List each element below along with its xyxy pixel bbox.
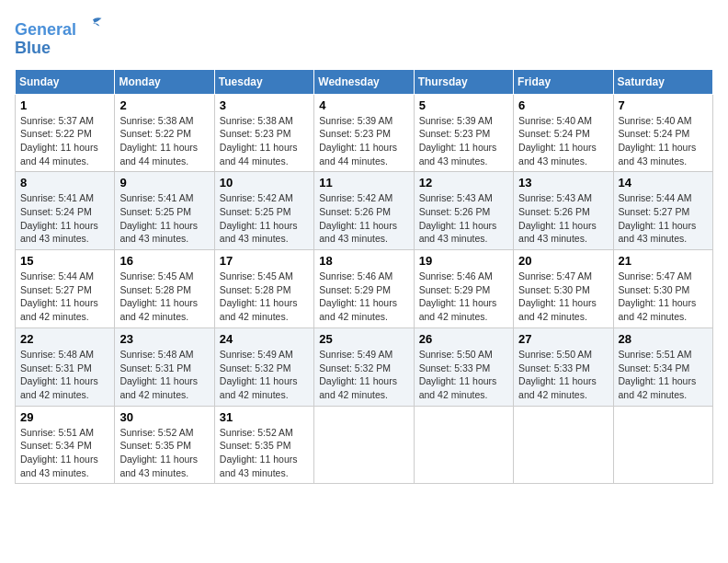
day-number: 3 — [220, 98, 309, 112]
day-number: 15 — [20, 254, 109, 268]
calendar-week-row: 8 Sunrise: 5:41 AM Sunset: 5:24 PM Dayli… — [16, 172, 713, 250]
day-number: 21 — [619, 254, 708, 268]
day-number: 9 — [119, 176, 209, 190]
logo-bird-icon — [83, 15, 103, 35]
day-info: Sunrise: 5:48 AM Sunset: 5:31 PM Dayligh… — [20, 348, 109, 402]
calendar-week-row: 15 Sunrise: 5:44 AM Sunset: 5:27 PM Dayl… — [16, 250, 713, 328]
day-number: 20 — [518, 254, 608, 268]
day-info: Sunrise: 5:40 AM Sunset: 5:24 PM Dayligh… — [619, 114, 708, 168]
day-number: 8 — [20, 176, 109, 190]
day-info: Sunrise: 5:45 AM Sunset: 5:28 PM Dayligh… — [220, 270, 309, 324]
calendar-cell: 31 Sunrise: 5:52 AM Sunset: 5:35 PM Dayl… — [214, 406, 313, 484]
header-thursday: Thursday — [414, 69, 513, 94]
day-number: 14 — [619, 176, 708, 190]
day-number: 26 — [419, 332, 508, 346]
day-info: Sunrise: 5:49 AM Sunset: 5:32 PM Dayligh… — [319, 348, 408, 402]
day-number: 27 — [518, 332, 608, 346]
day-info: Sunrise: 5:45 AM Sunset: 5:28 PM Dayligh… — [119, 270, 209, 324]
calendar-cell: 1 Sunrise: 5:37 AM Sunset: 5:22 PM Dayli… — [16, 94, 115, 172]
day-info: Sunrise: 5:52 AM Sunset: 5:35 PM Dayligh… — [119, 426, 209, 480]
logo: General Blue — [15, 15, 103, 58]
day-info: Sunrise: 5:43 AM Sunset: 5:26 PM Dayligh… — [518, 191, 608, 246]
day-info: Sunrise: 5:48 AM Sunset: 5:31 PM Dayligh… — [119, 348, 209, 402]
day-info: Sunrise: 5:50 AM Sunset: 5:33 PM Dayligh… — [518, 348, 608, 402]
calendar-cell: 13 Sunrise: 5:43 AM Sunset: 5:26 PM Dayl… — [514, 172, 613, 250]
header-tuesday: Tuesday — [214, 69, 313, 94]
day-info: Sunrise: 5:40 AM Sunset: 5:24 PM Dayligh… — [518, 114, 608, 168]
day-info: Sunrise: 5:41 AM Sunset: 5:24 PM Dayligh… — [20, 191, 109, 246]
header-wednesday: Wednesday — [314, 69, 414, 94]
calendar-cell: 19 Sunrise: 5:46 AM Sunset: 5:29 PM Dayl… — [414, 250, 513, 328]
logo-line1: General — [15, 15, 103, 40]
day-info: Sunrise: 5:43 AM Sunset: 5:26 PM Dayligh… — [419, 191, 508, 246]
day-info: Sunrise: 5:51 AM Sunset: 5:34 PM Dayligh… — [619, 348, 708, 402]
day-number: 16 — [119, 254, 209, 268]
day-number: 2 — [119, 98, 209, 112]
day-number: 29 — [20, 410, 109, 424]
calendar-table: SundayMondayTuesdayWednesdayThursdayFrid… — [15, 69, 713, 485]
calendar-cell: 6 Sunrise: 5:40 AM Sunset: 5:24 PM Dayli… — [514, 94, 613, 172]
day-info: Sunrise: 5:51 AM Sunset: 5:34 PM Dayligh… — [20, 426, 109, 480]
day-info: Sunrise: 5:44 AM Sunset: 5:27 PM Dayligh… — [20, 270, 109, 324]
calendar-cell: 30 Sunrise: 5:52 AM Sunset: 5:35 PM Dayl… — [115, 406, 214, 484]
calendar-cell: 22 Sunrise: 5:48 AM Sunset: 5:31 PM Dayl… — [16, 327, 115, 406]
day-number: 7 — [619, 98, 708, 112]
day-info: Sunrise: 5:47 AM Sunset: 5:30 PM Dayligh… — [518, 270, 608, 324]
calendar-cell — [514, 406, 613, 484]
logo-line2: Blue — [15, 40, 103, 58]
day-number: 25 — [319, 332, 408, 346]
calendar-cell: 14 Sunrise: 5:44 AM Sunset: 5:27 PM Dayl… — [613, 172, 712, 250]
day-info: Sunrise: 5:50 AM Sunset: 5:33 PM Dayligh… — [419, 348, 508, 402]
calendar-cell: 25 Sunrise: 5:49 AM Sunset: 5:32 PM Dayl… — [314, 327, 414, 406]
day-number: 31 — [220, 410, 309, 424]
day-info: Sunrise: 5:46 AM Sunset: 5:29 PM Dayligh… — [319, 270, 408, 324]
calendar-week-row: 22 Sunrise: 5:48 AM Sunset: 5:31 PM Dayl… — [16, 327, 713, 406]
calendar-cell: 23 Sunrise: 5:48 AM Sunset: 5:31 PM Dayl… — [115, 327, 214, 406]
day-info: Sunrise: 5:44 AM Sunset: 5:27 PM Dayligh… — [619, 191, 708, 246]
day-number: 13 — [518, 176, 608, 190]
day-info: Sunrise: 5:42 AM Sunset: 5:26 PM Dayligh… — [319, 191, 408, 246]
calendar-header-row: SundayMondayTuesdayWednesdayThursdayFrid… — [16, 69, 713, 94]
calendar-cell: 17 Sunrise: 5:45 AM Sunset: 5:28 PM Dayl… — [214, 250, 313, 328]
day-info: Sunrise: 5:52 AM Sunset: 5:35 PM Dayligh… — [220, 426, 309, 480]
calendar-cell: 12 Sunrise: 5:43 AM Sunset: 5:26 PM Dayl… — [414, 172, 513, 250]
calendar-cell — [613, 406, 712, 484]
header-monday: Monday — [115, 69, 214, 94]
day-number: 24 — [220, 332, 309, 346]
day-info: Sunrise: 5:42 AM Sunset: 5:25 PM Dayligh… — [220, 191, 309, 246]
day-number: 4 — [319, 98, 408, 112]
day-number: 19 — [419, 254, 508, 268]
calendar-cell — [414, 406, 513, 484]
day-number: 11 — [319, 176, 408, 190]
day-number: 30 — [119, 410, 209, 424]
header-friday: Friday — [514, 69, 613, 94]
day-number: 22 — [20, 332, 109, 346]
day-number: 5 — [419, 98, 508, 112]
calendar-cell: 4 Sunrise: 5:39 AM Sunset: 5:23 PM Dayli… — [314, 94, 414, 172]
calendar-cell: 28 Sunrise: 5:51 AM Sunset: 5:34 PM Dayl… — [613, 327, 712, 406]
day-number: 17 — [220, 254, 309, 268]
day-number: 28 — [619, 332, 708, 346]
day-info: Sunrise: 5:38 AM Sunset: 5:22 PM Dayligh… — [119, 114, 209, 168]
day-info: Sunrise: 5:41 AM Sunset: 5:25 PM Dayligh… — [119, 191, 209, 246]
day-info: Sunrise: 5:46 AM Sunset: 5:29 PM Dayligh… — [419, 270, 508, 324]
header-sunday: Sunday — [16, 69, 115, 94]
calendar-cell: 20 Sunrise: 5:47 AM Sunset: 5:30 PM Dayl… — [514, 250, 613, 328]
calendar-cell: 9 Sunrise: 5:41 AM Sunset: 5:25 PM Dayli… — [115, 172, 214, 250]
calendar-cell: 5 Sunrise: 5:39 AM Sunset: 5:23 PM Dayli… — [414, 94, 513, 172]
calendar-cell: 15 Sunrise: 5:44 AM Sunset: 5:27 PM Dayl… — [16, 250, 115, 328]
calendar-cell — [314, 406, 414, 484]
calendar-cell: 18 Sunrise: 5:46 AM Sunset: 5:29 PM Dayl… — [314, 250, 414, 328]
calendar-week-row: 1 Sunrise: 5:37 AM Sunset: 5:22 PM Dayli… — [16, 94, 713, 172]
calendar-cell: 24 Sunrise: 5:49 AM Sunset: 5:32 PM Dayl… — [214, 327, 313, 406]
day-info: Sunrise: 5:39 AM Sunset: 5:23 PM Dayligh… — [419, 114, 508, 168]
header-saturday: Saturday — [613, 69, 712, 94]
calendar-cell: 26 Sunrise: 5:50 AM Sunset: 5:33 PM Dayl… — [414, 327, 513, 406]
day-info: Sunrise: 5:49 AM Sunset: 5:32 PM Dayligh… — [220, 348, 309, 402]
day-number: 10 — [220, 176, 309, 190]
calendar-cell: 16 Sunrise: 5:45 AM Sunset: 5:28 PM Dayl… — [115, 250, 214, 328]
day-number: 23 — [119, 332, 209, 346]
calendar-cell: 3 Sunrise: 5:38 AM Sunset: 5:23 PM Dayli… — [214, 94, 313, 172]
day-number: 6 — [518, 98, 608, 112]
calendar-cell: 21 Sunrise: 5:47 AM Sunset: 5:30 PM Dayl… — [613, 250, 712, 328]
